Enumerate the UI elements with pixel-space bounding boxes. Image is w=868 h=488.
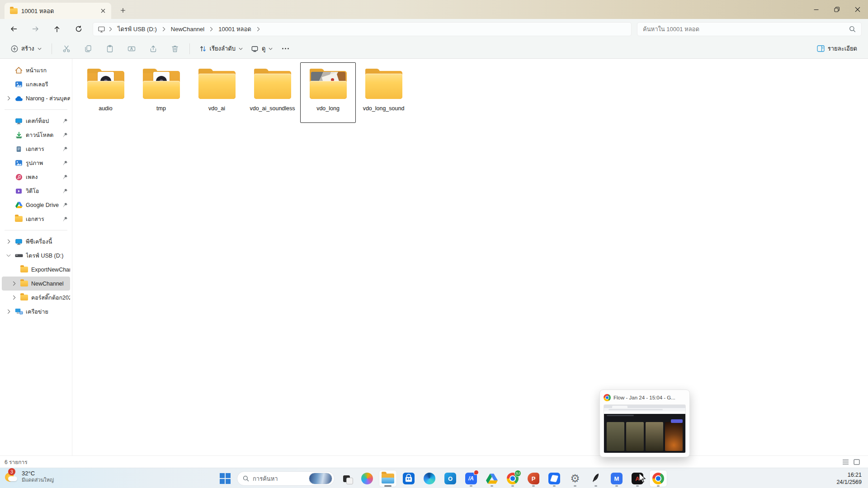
copy-button[interactable]: [79, 41, 97, 56]
folder-icon: [251, 67, 294, 103]
chevron-right-icon[interactable]: [5, 96, 12, 101]
cut-button[interactable]: [57, 41, 75, 56]
thumbnail-view-toggle-icon[interactable]: [854, 459, 860, 465]
new-button[interactable]: สร้าง: [6, 41, 46, 56]
quill-app-button[interactable]: [587, 470, 605, 487]
m-app-button[interactable]: M: [608, 470, 626, 487]
folder-icon: [84, 67, 127, 103]
search-input[interactable]: ค้นหาใน 10001 หลอด: [637, 22, 862, 36]
taskbar-search-input[interactable]: การค้นหา: [237, 471, 335, 486]
powerpoint-icon: P: [528, 473, 539, 484]
tab-close-icon[interactable]: [99, 6, 108, 15]
sidebar-item-google-drive[interactable]: Google Drive (G:): [2, 198, 70, 212]
view-button[interactable]: ดู: [247, 41, 277, 56]
folder-name: vdo_ai: [208, 105, 225, 112]
copilot-button[interactable]: [358, 470, 376, 487]
stream-app-icon: [548, 473, 560, 484]
sidebar-item-documents-folder[interactable]: เอกสาร: [2, 212, 70, 226]
folder-item-tmp[interactable]: tmp: [133, 62, 189, 123]
back-button[interactable]: [5, 22, 22, 36]
details-pane-button[interactable]: รายละเอียด: [812, 41, 862, 56]
sidebar-item-home[interactable]: หน้าแรก: [2, 63, 70, 77]
folder-item-vdo-long-sound[interactable]: vdo_long_sound: [356, 62, 411, 123]
address-bar[interactable]: ไดรฟ์ USB (D:) NewChannel 10001 หลอด: [93, 22, 632, 36]
breadcrumb-separator-icon: [161, 27, 166, 32]
task-view-button[interactable]: [337, 470, 355, 487]
search-icon[interactable]: [849, 26, 856, 33]
folder-item-vdo-long[interactable]: vdo_long: [300, 62, 356, 123]
chrome-button[interactable]: SJ: [504, 470, 522, 487]
delete-button[interactable]: [166, 41, 184, 56]
chevron-right-icon[interactable]: [5, 239, 12, 244]
stream-app-button[interactable]: [545, 470, 563, 487]
restore-button[interactable]: [826, 0, 847, 19]
clock-time: 16:21: [836, 471, 862, 479]
sidebar-item-gallery[interactable]: แกลเลอรี: [2, 77, 70, 91]
search-placeholder: ค้นหาใน 10001 หลอด: [643, 24, 849, 34]
details-view-toggle-icon[interactable]: [842, 459, 849, 465]
search-highlight-image[interactable]: [309, 473, 332, 484]
chrome-flow-button[interactable]: [649, 470, 667, 487]
close-button[interactable]: [847, 0, 868, 19]
breadcrumb-newchannel[interactable]: NewChannel: [168, 24, 207, 34]
new-tab-button[interactable]: [117, 5, 129, 16]
paste-button[interactable]: [101, 41, 119, 56]
outlook-button[interactable]: O: [441, 470, 459, 487]
breadcrumb-separator-icon: [256, 27, 261, 32]
new-button-label: สร้าง: [21, 44, 34, 53]
chevron-down-icon[interactable]: [5, 254, 12, 257]
forward-button[interactable]: [27, 22, 43, 36]
sidebar-item-usb-drive[interactable]: ไดรฟ์ USB (D:): [2, 249, 70, 263]
pdf-app-button[interactable]: /A: [462, 470, 480, 487]
minimize-button[interactable]: [806, 0, 826, 19]
start-button[interactable]: [216, 470, 234, 487]
chevron-right-icon[interactable]: [11, 295, 17, 300]
sidebar-item-newchannel[interactable]: NewChannel: [2, 277, 70, 291]
taskbar-preview-popup[interactable]: Flow - Jan 24 - 15:04 - G...: [599, 389, 690, 457]
chevron-right-icon[interactable]: [5, 309, 12, 314]
sort-button[interactable]: เรียงลำดับ: [195, 41, 247, 56]
folder-item-audio[interactable]: audio: [78, 62, 133, 123]
sidebar-item-pictures[interactable]: รูปภาพ: [2, 156, 70, 170]
sidebar-item-tiktok-course[interactable]: คอร์สติ๊กต้อก2026: [2, 291, 70, 305]
sidebar-divider: [5, 230, 67, 230]
preview-thumbnail[interactable]: [604, 404, 686, 453]
sidebar-item-downloads[interactable]: ดาวน์โหลด: [2, 128, 70, 142]
weather-widget[interactable]: 3 32°C มีแดดส่วนใหญ่: [5, 470, 54, 483]
edge-button[interactable]: [420, 470, 439, 487]
folder-item-vdo-ai[interactable]: vdo_ai: [189, 62, 245, 123]
breadcrumb-current-folder[interactable]: 10001 หลอด: [216, 23, 254, 35]
refresh-button[interactable]: [71, 22, 87, 36]
google-drive-button[interactable]: [483, 470, 501, 487]
up-button[interactable]: [49, 22, 65, 36]
system-clock[interactable]: 16:21 24/1/2569: [836, 471, 862, 486]
settings-button[interactable]: ⚙: [566, 470, 584, 487]
items-count: 6 รายการ: [5, 458, 28, 466]
explorer-tab[interactable]: 10001 หลอด: [5, 3, 111, 19]
share-button[interactable]: [144, 41, 162, 56]
preview-tab-strip: [604, 405, 685, 408]
sidebar-item-network[interactable]: เครือข่าย: [2, 305, 70, 319]
sidebar-item-onedrive[interactable]: Narong - ส่วนบุคคล: [2, 91, 70, 105]
google-drive-icon: [14, 202, 23, 208]
sidebar-item-documents[interactable]: เอกสาร: [2, 142, 70, 156]
sidebar-item-label: Google Drive (G:): [26, 202, 60, 208]
chevron-right-icon[interactable]: [11, 281, 17, 286]
sidebar-item-desktop[interactable]: เดสก์ท็อป: [2, 114, 70, 128]
sidebar-item-this-pc[interactable]: พีซีเครื่องนี้: [2, 235, 70, 249]
rename-button[interactable]: [123, 41, 141, 56]
microsoft-store-button[interactable]: [400, 470, 418, 487]
folder-item-vdo-ai-soundless[interactable]: vdo_ai_soundless: [245, 62, 300, 123]
quill-icon: [591, 473, 601, 484]
sidebar-item-music[interactable]: เพลง: [2, 170, 70, 184]
file-list-area[interactable]: audio tmp vdo_ai vdo_ai_soundless: [72, 59, 868, 455]
breadcrumb-drive[interactable]: ไดรฟ์ USB (D:): [115, 23, 160, 35]
sort-button-label: เรียงลำดับ: [210, 44, 236, 53]
sidebar-item-exportnewchanel[interactable]: ExportNewChanel: [2, 263, 70, 277]
more-options-button[interactable]: [277, 44, 294, 53]
file-explorer-button[interactable]: [379, 470, 397, 487]
powerpoint-button[interactable]: P: [524, 470, 542, 487]
sidebar-item-videos[interactable]: วิดีโอ: [2, 184, 70, 198]
downloads-icon: [14, 131, 23, 139]
window-controls: [806, 0, 868, 19]
